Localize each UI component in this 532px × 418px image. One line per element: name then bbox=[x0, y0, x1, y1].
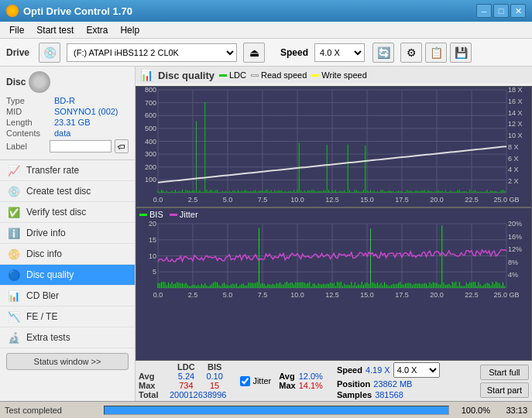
window-controls: – □ ✕ bbox=[476, 4, 526, 18]
save-icon-button[interactable]: 💾 bbox=[450, 43, 472, 63]
start-part-button[interactable]: Start part bbox=[480, 382, 529, 398]
position-value: 23862 MB bbox=[373, 379, 412, 389]
length-value: 23.31 GB bbox=[54, 118, 90, 127]
jitter-label: Jitter bbox=[252, 376, 271, 385]
drive-icons: ⚙ 📋 💾 bbox=[400, 43, 472, 63]
samples-value: 381568 bbox=[375, 390, 403, 399]
drive-select[interactable]: (F:) ATAPI iHBS112 2 CL0K bbox=[67, 43, 237, 62]
nav-cd-bler-label: CD Bler bbox=[26, 290, 59, 301]
menu-help[interactable]: Help bbox=[114, 23, 146, 37]
nav-verify-test-disc-label: Verify test disc bbox=[26, 207, 86, 218]
nav-fe-te-label: FE / TE bbox=[26, 311, 57, 322]
contents-label: Contents bbox=[6, 128, 51, 138]
refresh-button[interactable]: 🔄 bbox=[372, 43, 394, 63]
disc-section-label: Disc bbox=[6, 77, 26, 87]
total-bis: 38996 bbox=[203, 390, 227, 399]
label-input[interactable] bbox=[50, 140, 112, 152]
drive-icon-button[interactable]: 💿 bbox=[39, 43, 60, 63]
eject-button[interactable]: ⏏ bbox=[243, 43, 265, 63]
status-time: 33:13 bbox=[496, 406, 527, 415]
info-icon-button[interactable]: 📋 bbox=[425, 43, 447, 63]
mid-value: SONYNO1 (002) bbox=[54, 107, 118, 116]
length-label: Length bbox=[6, 118, 51, 127]
position-label: Position bbox=[337, 379, 370, 389]
disc-info-panel: Disc Type BD-R MID SONYNO1 (002) Length … bbox=[0, 67, 135, 160]
chart-header: 📊 Disc quality LDC Read speed Write spee… bbox=[136, 67, 532, 84]
menu-extra[interactable]: Extra bbox=[80, 23, 114, 37]
chart-title: Disc quality bbox=[158, 70, 215, 81]
label-label: Label bbox=[6, 142, 46, 151]
jitter-max-label: Max bbox=[279, 381, 295, 390]
type-label: Type bbox=[6, 96, 51, 105]
speed-value: 4.19 X bbox=[366, 365, 390, 375]
nav-menu: 📈 Transfer rate 💿 Create test disc ✅ Ver… bbox=[0, 160, 135, 348]
restore-button[interactable]: □ bbox=[493, 4, 509, 18]
nav-create-test-disc[interactable]: 💿 Create test disc bbox=[0, 181, 135, 202]
samples-label: Samples bbox=[337, 390, 372, 399]
stats-table: LDC BIS Avg 5.24 0.10 Max 734 15 Total 2… bbox=[139, 362, 226, 399]
disc-info-icon: 📀 bbox=[8, 248, 20, 260]
lower-legend: BIS Jitter bbox=[136, 208, 531, 221]
extra-tests-icon: 🔬 bbox=[8, 331, 20, 344]
close-button[interactable]: ✕ bbox=[510, 4, 526, 18]
jitter-avg-label: Avg bbox=[279, 372, 295, 381]
create-test-disc-icon: 💿 bbox=[8, 185, 20, 197]
charts-row: BIS Jitter bbox=[136, 86, 532, 361]
action-buttons: Start full Start part bbox=[480, 365, 529, 398]
status-window-button[interactable]: Status window >> bbox=[6, 353, 129, 370]
jitter-stats-table: Avg 12.0% Max 14.1% bbox=[279, 372, 323, 390]
lower-chart-canvas bbox=[136, 221, 531, 302]
nav-cd-bler[interactable]: 📊 CD Bler bbox=[0, 286, 135, 307]
speed-select2[interactable]: 4.0 X bbox=[393, 362, 440, 378]
settings-icon-button[interactable]: ⚙ bbox=[400, 43, 422, 63]
status-text: Test completed bbox=[5, 406, 98, 415]
status-percent: 100.0% bbox=[455, 406, 490, 415]
jitter-checkbox-group: Jitter bbox=[240, 376, 271, 386]
menu-bar: File Start test Extra Help bbox=[0, 22, 532, 39]
speed-stats: Speed 4.19 X 4.0 X Position 23862 MB Sam… bbox=[337, 362, 440, 399]
nav-create-test-disc-label: Create test disc bbox=[26, 186, 91, 197]
avg-bis: 0.10 bbox=[203, 372, 227, 381]
nav-transfer-rate[interactable]: 📈 Transfer rate bbox=[0, 160, 135, 181]
jitter-avg-val: 12.0% bbox=[296, 372, 323, 381]
status-bar: Test completed 100.0% 33:13 bbox=[0, 401, 532, 418]
upper-chart-canvas bbox=[136, 87, 531, 207]
disc-icon bbox=[29, 71, 50, 93]
verify-test-disc-icon: ✅ bbox=[8, 206, 20, 218]
menu-start-test[interactable]: Start test bbox=[30, 23, 80, 37]
nav-extra-tests[interactable]: 🔬 Extra tests bbox=[0, 327, 135, 348]
speed-label: Speed bbox=[337, 365, 362, 375]
nav-verify-test-disc[interactable]: ✅ Verify test disc bbox=[0, 202, 135, 223]
drive-info-icon: ℹ️ bbox=[8, 227, 20, 239]
main-content: Disc Type BD-R MID SONYNO1 (002) Length … bbox=[0, 67, 532, 401]
type-value: BD-R bbox=[54, 96, 75, 105]
nav-drive-info[interactable]: ℹ️ Drive info bbox=[0, 223, 135, 244]
nav-transfer-rate-label: Transfer rate bbox=[26, 165, 79, 176]
speed-label: Speed bbox=[280, 47, 308, 58]
label-icon-button[interactable]: 🏷 bbox=[115, 139, 129, 153]
start-full-button[interactable]: Start full bbox=[480, 365, 529, 380]
total-ldc: 2000126 bbox=[170, 390, 203, 399]
avg-ldc: 5.24 bbox=[170, 372, 203, 381]
nav-drive-info-label: Drive info bbox=[26, 228, 66, 238]
minimize-button[interactable]: – bbox=[476, 4, 492, 18]
app-icon bbox=[6, 5, 19, 17]
mid-label: MID bbox=[6, 107, 51, 116]
jitter-max-val: 14.1% bbox=[296, 381, 323, 390]
menu-file[interactable]: File bbox=[3, 23, 30, 37]
jitter-checkbox[interactable] bbox=[240, 376, 250, 386]
nav-disc-quality[interactable]: 🔵 Disc quality bbox=[0, 265, 135, 286]
drive-bar: Drive 💿 (F:) ATAPI iHBS112 2 CL0K ⏏ Spee… bbox=[0, 39, 532, 67]
sidebar: Disc Type BD-R MID SONYNO1 (002) Length … bbox=[0, 67, 136, 401]
disc-quality-icon: 🔵 bbox=[8, 269, 20, 281]
legend-write-speed: Write speed bbox=[311, 70, 367, 80]
contents-value: data bbox=[54, 128, 70, 138]
speed-select[interactable]: 4.0 X bbox=[314, 43, 365, 62]
legend-read-speed: Read speed bbox=[251, 70, 307, 80]
cd-bler-icon: 📊 bbox=[8, 290, 20, 302]
title-bar: Opti Drive Control 1.70 – □ ✕ bbox=[0, 0, 532, 22]
ldc-header: LDC bbox=[170, 362, 203, 372]
nav-disc-info[interactable]: 📀 Disc info bbox=[0, 244, 135, 265]
fe-te-icon: 📉 bbox=[8, 310, 20, 323]
nav-fe-te[interactable]: 📉 FE / TE bbox=[0, 307, 135, 327]
